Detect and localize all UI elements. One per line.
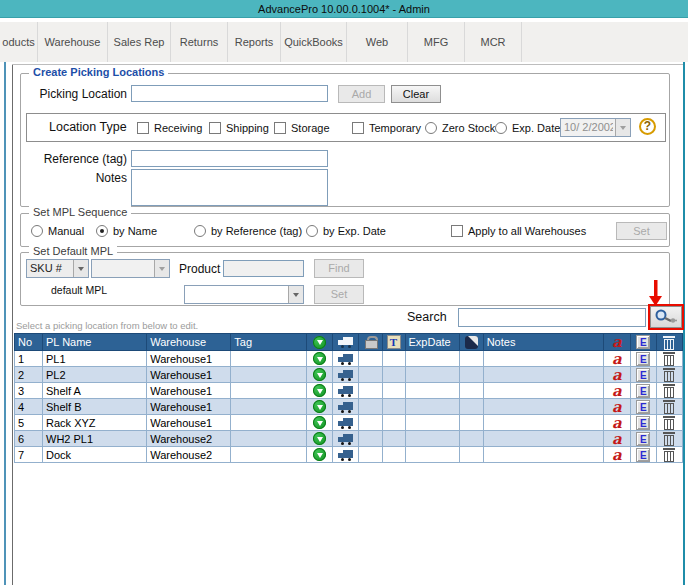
menu-item-web[interactable]: Web	[347, 22, 408, 62]
truck-icon[interactable]	[338, 354, 354, 365]
table-row[interactable]: 5 Rack XYZ Warehouse1 a E	[15, 415, 683, 431]
table-row[interactable]: 2 PL2 Warehouse1 a E	[15, 367, 683, 383]
trash-icon[interactable]	[663, 368, 675, 381]
menu-item-products[interactable]: oducts	[0, 22, 38, 62]
by-name-radio[interactable]	[96, 225, 108, 237]
cell-ship[interactable]	[333, 399, 359, 415]
edit-E-icon[interactable]: E	[636, 400, 650, 414]
sku-combo[interactable]: SKU #	[26, 259, 89, 278]
truck-icon[interactable]	[338, 450, 354, 461]
cell-delete[interactable]	[656, 431, 682, 447]
truck-icon[interactable]	[338, 370, 354, 381]
truck-icon[interactable]	[338, 418, 354, 429]
cell-delete[interactable]	[656, 383, 682, 399]
table-row[interactable]: 7 Dock Warehouse2 a E	[15, 447, 683, 463]
receiving-checkbox[interactable]	[137, 122, 149, 134]
cell-edit[interactable]: E	[630, 431, 656, 447]
cell-ship[interactable]	[333, 431, 359, 447]
menu-item-quickbooks[interactable]: QuickBooks	[281, 22, 347, 62]
cell-delete[interactable]	[656, 447, 682, 463]
menu-item-returns[interactable]: Returns	[171, 22, 228, 62]
table-row[interactable]: 4 Shelf B Warehouse1 a E	[15, 399, 683, 415]
shipping-checkbox[interactable]	[209, 122, 221, 134]
trash-icon[interactable]	[663, 448, 675, 461]
cell-edit[interactable]: E	[630, 399, 656, 415]
trash-icon[interactable]	[663, 416, 675, 429]
menu-item-mfg[interactable]: MFG	[408, 22, 465, 62]
rename-a-icon[interactable]: a	[612, 448, 622, 462]
cell-receive[interactable]	[307, 383, 333, 399]
truck-icon[interactable]	[338, 434, 354, 445]
product-input[interactable]	[223, 260, 304, 277]
apply-all-warehouses-checkbox[interactable]	[451, 225, 463, 237]
green-down-arrow-icon[interactable]	[313, 368, 326, 381]
cell-rename[interactable]: a	[603, 447, 630, 463]
cell-ship[interactable]	[333, 415, 359, 431]
cell-rename[interactable]: a	[603, 431, 630, 447]
menu-item-sales-rep[interactable]: Sales Rep	[108, 22, 171, 62]
reference-tag-input[interactable]	[131, 150, 328, 167]
by-exp-date-radio[interactable]	[306, 225, 318, 237]
help-icon[interactable]: ?	[639, 118, 656, 135]
cell-rename[interactable]: a	[603, 367, 630, 383]
search-button[interactable]	[650, 306, 682, 328]
green-down-arrow-icon[interactable]	[313, 432, 326, 445]
cell-ship[interactable]	[333, 367, 359, 383]
chevron-down-icon[interactable]	[73, 260, 88, 277]
cell-rename[interactable]: a	[603, 383, 630, 399]
edit-E-icon[interactable]: E	[636, 368, 650, 382]
cell-rename[interactable]: a	[603, 351, 630, 367]
cell-delete[interactable]	[656, 351, 682, 367]
cell-ship[interactable]	[333, 383, 359, 399]
green-down-arrow-icon[interactable]	[313, 352, 326, 365]
default-set-button[interactable]: Set	[314, 285, 364, 304]
truck-icon[interactable]	[338, 386, 354, 397]
green-down-arrow-icon[interactable]	[313, 400, 326, 413]
rename-a-icon[interactable]: a	[612, 352, 622, 366]
picking-location-input[interactable]	[131, 85, 328, 102]
cell-delete[interactable]	[656, 415, 682, 431]
edit-E-icon[interactable]: E	[636, 432, 650, 446]
cell-edit[interactable]: E	[630, 367, 656, 383]
table-row[interactable]: 3 Shelf A Warehouse1 a E	[15, 383, 683, 399]
search-input[interactable]	[458, 308, 646, 327]
trash-icon[interactable]	[663, 432, 675, 445]
green-down-arrow-icon[interactable]	[313, 448, 326, 461]
cell-ship[interactable]	[333, 447, 359, 463]
green-down-arrow-icon[interactable]	[313, 416, 326, 429]
edit-E-icon[interactable]: E	[636, 416, 650, 430]
rename-a-icon[interactable]: a	[612, 400, 622, 414]
cell-receive[interactable]	[307, 415, 333, 431]
menu-item-warehouse[interactable]: Warehouse	[38, 22, 108, 62]
truck-icon[interactable]	[338, 402, 354, 413]
trash-icon[interactable]	[663, 352, 675, 365]
zero-stock-radio[interactable]	[425, 122, 437, 134]
rename-a-icon[interactable]: a	[612, 432, 622, 446]
cell-receive[interactable]	[307, 447, 333, 463]
cell-rename[interactable]: a	[603, 399, 630, 415]
menu-item-mcr[interactable]: MCR	[465, 22, 522, 62]
notes-textarea[interactable]	[131, 169, 328, 206]
cell-edit[interactable]: E	[630, 351, 656, 367]
rename-a-icon[interactable]: a	[612, 384, 622, 398]
cell-receive[interactable]	[307, 367, 333, 383]
cell-receive[interactable]	[307, 399, 333, 415]
green-down-arrow-icon[interactable]	[313, 384, 326, 397]
cell-rename[interactable]: a	[603, 415, 630, 431]
cell-receive[interactable]	[307, 431, 333, 447]
exp-date-radio[interactable]	[495, 122, 507, 134]
cell-delete[interactable]	[656, 399, 682, 415]
cell-receive[interactable]	[307, 351, 333, 367]
edit-E-icon[interactable]: E	[636, 352, 650, 366]
cell-ship[interactable]	[333, 351, 359, 367]
cell-edit[interactable]: E	[630, 383, 656, 399]
cell-edit[interactable]: E	[630, 415, 656, 431]
cell-edit[interactable]: E	[630, 447, 656, 463]
cell-delete[interactable]	[656, 367, 682, 383]
table-row[interactable]: 1 PL1 Warehouse1 a E	[15, 351, 683, 367]
clear-button[interactable]: Clear	[391, 85, 441, 103]
trash-icon[interactable]	[663, 384, 675, 397]
edit-E-icon[interactable]: E	[636, 448, 650, 462]
mpl-combo[interactable]	[91, 259, 170, 278]
chevron-down-icon[interactable]	[615, 119, 630, 136]
